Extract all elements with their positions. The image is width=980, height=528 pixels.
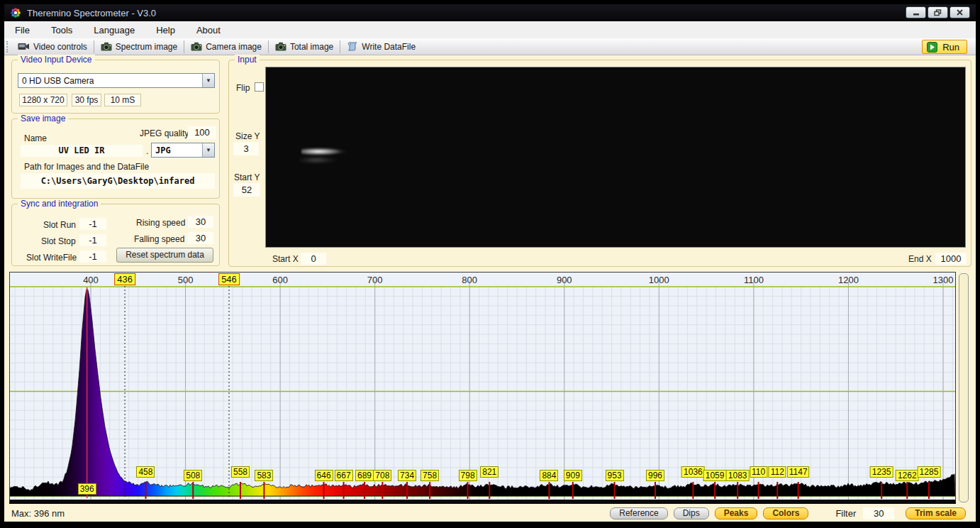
peak-label: 112 (769, 466, 786, 478)
peaks-button[interactable]: Peaks (715, 507, 758, 519)
menu-tools[interactable]: Tools (40, 22, 83, 38)
start-x-label: Start X (272, 254, 299, 264)
trim-scale-button[interactable]: Trim scale (906, 507, 966, 519)
start-x-field[interactable]: 0 (301, 253, 326, 265)
fps-button[interactable]: 30 fps (72, 94, 101, 106)
axis-tick-label: 600 (266, 275, 294, 285)
menu-language[interactable]: Language (83, 22, 145, 38)
peak-label: 798 (459, 470, 477, 481)
toolbar-separator (340, 40, 340, 53)
slot-stop-label: Slot Stop (41, 236, 76, 246)
name-field[interactable]: UV LED IR (21, 145, 143, 157)
video-device-select[interactable]: 0 HD USB Camera ▼ (18, 73, 215, 88)
video-input-group: Video Input Device 0 HD USB Camera ▼ 128… (11, 60, 220, 114)
reference-wavelength-label: 546 (218, 273, 240, 285)
window-title: Theremino Spectrometer - V3.0 (27, 8, 156, 18)
toolbar-grip (6, 41, 9, 53)
peak-label: 758 (421, 470, 439, 481)
slot-stop-field[interactable]: -1 (79, 234, 106, 246)
camera-image-button[interactable]: Camera image (186, 40, 267, 54)
close-button[interactable] (950, 6, 970, 18)
peak-label: 821 (480, 466, 499, 478)
size-y-field[interactable]: 3 (233, 142, 259, 155)
restore-button[interactable] (928, 6, 948, 18)
input-title: Input (235, 55, 260, 65)
play-icon (927, 42, 937, 53)
axis-tick-label: 1300 (929, 275, 957, 285)
peak-label: 110 (750, 466, 767, 478)
peak-label: 689 (355, 470, 374, 481)
axis-tick-label: 400 (77, 275, 105, 285)
peak-label: 708 (373, 470, 391, 481)
path-field[interactable]: C:\Users\GaryG\Desktop\infared (21, 173, 215, 189)
path-label: Path for Images and the DataFile (24, 162, 149, 172)
video-input-title: Video Input Device (18, 55, 95, 65)
peak-label: 1059 (703, 470, 727, 481)
video-controls-button[interactable]: Video controls (13, 40, 92, 54)
end-x-field[interactable]: 1000 (935, 253, 967, 265)
slot-writefile-field[interactable]: -1 (79, 251, 106, 263)
slot-run-field[interactable]: -1 (79, 218, 106, 230)
slot-writefile-label: Slot WriteFile (26, 253, 77, 263)
sync-title: Sync and integration (18, 199, 101, 209)
scale-slider[interactable] (959, 273, 969, 502)
spectrum-chart[interactable]: 4005006007008009001000110012001300436546… (9, 272, 956, 504)
video-camera-icon (18, 42, 30, 51)
dot-separator: . (146, 146, 148, 156)
toolbar: Video controls Spectrum image Camera ima… (4, 38, 976, 55)
reference-button[interactable]: Reference (610, 507, 667, 519)
camera-icon (275, 42, 286, 51)
toolbar-separator (184, 40, 184, 53)
total-image-button[interactable]: Total image (270, 40, 338, 54)
filter-label: Filter (835, 508, 856, 519)
write-datafile-button[interactable]: Write DataFile (342, 40, 421, 54)
colors-button[interactable]: Colors (763, 507, 808, 519)
peak-label: 909 (564, 470, 582, 481)
peak-label: 734 (398, 470, 416, 481)
toolbar-separator (268, 40, 269, 53)
run-button[interactable]: Run (922, 40, 967, 54)
peak-label: 583 (255, 470, 273, 481)
jpeg-quality-field[interactable]: 100 (188, 126, 216, 139)
menu-about[interactable]: About (186, 22, 231, 38)
axis-tick-label: 900 (550, 275, 579, 285)
max-peak-readout: Max: 396 nm (11, 508, 65, 519)
main-peak-label: 396 (78, 483, 96, 495)
peak-label: 1036 (681, 466, 705, 478)
axis-tick-label: 1100 (740, 275, 768, 285)
peak-label: 1262 (896, 470, 919, 481)
reset-spectrum-button[interactable]: Reset spectrum data (116, 248, 213, 263)
status-bar: Max: 396 nm Reference Dips Peaks Colors … (4, 505, 976, 522)
start-y-label: Start Y (234, 172, 260, 182)
minimize-button[interactable] (906, 6, 926, 18)
format-select[interactable]: JPG ▼ (151, 143, 215, 158)
peak-label: 1147 (787, 466, 810, 478)
rising-speed-label: Rising speed (136, 218, 185, 228)
menu-file[interactable]: File (4, 22, 40, 38)
peak-label: 508 (184, 470, 202, 481)
peak-label: 667 (335, 470, 353, 481)
peak-label: 953 (606, 470, 624, 481)
chevron-down-icon[interactable]: ▼ (202, 143, 214, 157)
peak-label: 458 (136, 466, 155, 478)
exposure-button[interactable]: 10 mS (104, 94, 141, 106)
jpeg-quality-label: JPEG quality (140, 128, 189, 138)
rising-speed-field[interactable]: 30 (188, 216, 213, 228)
slot-run-label: Slot Run (43, 220, 76, 230)
filter-field[interactable]: 30 (863, 507, 894, 519)
falling-speed-field[interactable]: 30 (188, 232, 213, 244)
spectrum-image-button[interactable]: Spectrum image (96, 40, 182, 54)
axis-tick-label: 700 (361, 275, 389, 285)
peak-label: 1235 (870, 466, 893, 478)
name-label: Name (24, 133, 47, 143)
chevron-down-icon[interactable]: ▼ (202, 74, 214, 87)
dips-button[interactable]: Dips (674, 507, 709, 519)
falling-speed-label: Falling speed (134, 234, 184, 244)
menu-help[interactable]: Help (145, 22, 186, 38)
spectrum-streak-faint (300, 157, 341, 163)
save-image-title: Save image (18, 114, 68, 123)
start-y-field[interactable]: 52 (233, 183, 260, 197)
flip-label: Flip (236, 83, 250, 93)
resolution-button[interactable]: 1280 x 720 (19, 94, 67, 106)
flip-checkbox[interactable] (255, 82, 264, 92)
